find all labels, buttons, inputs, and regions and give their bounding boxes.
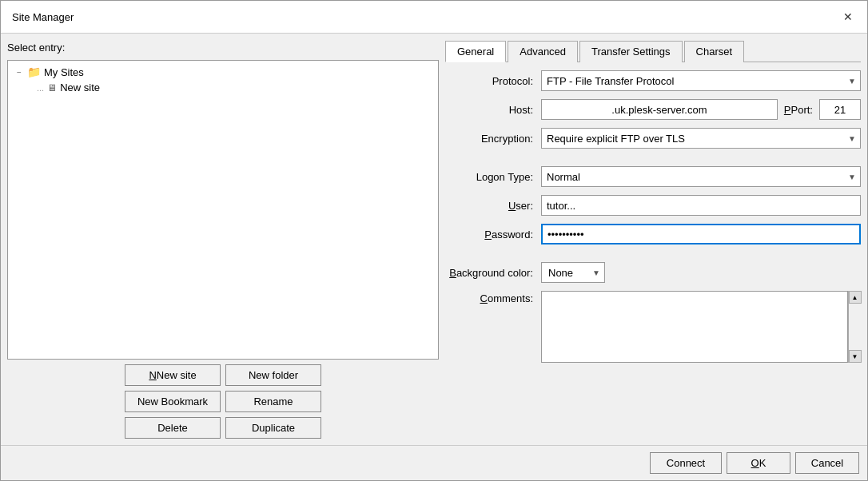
new-bookmark-button[interactable]: New Bookmark (125, 391, 221, 412)
tab-general[interactable]: General (445, 41, 506, 62)
right-panel: General Advanced Transfer Settings Chars… (445, 40, 861, 439)
tree-children: ... 🖥 New site (34, 80, 435, 95)
encryption-label: Encryption: (445, 133, 541, 145)
tree-root-label: My Sites (44, 66, 84, 78)
main-content: Select entry: − 📁 My Sites ... 🖥 New sit… (1, 34, 867, 445)
host-input[interactable] (541, 99, 778, 120)
password-input[interactable] (541, 224, 861, 244)
new-folder-button[interactable]: New folder (225, 364, 321, 386)
dialog-title: Site Manager (12, 11, 74, 23)
bg-color-select[interactable]: None (541, 262, 605, 283)
form-area: Protocol: FTP - File Transfer Protocol ▼… (445, 70, 861, 439)
bottom-bar: Connect OK Cancel (1, 445, 867, 480)
protocol-select-wrapper: FTP - File Transfer Protocol ▼ (541, 70, 861, 91)
left-panel: Select entry: − 📁 My Sites ... 🖥 New sit… (7, 40, 439, 439)
tabs: General Advanced Transfer Settings Chars… (445, 40, 861, 62)
scrollbar[interactable]: ▲ ▼ (848, 291, 861, 363)
button-row-3: Delete Duplicate (7, 417, 439, 439)
title-bar: Site Manager ✕ (1, 1, 867, 34)
tree-container[interactable]: − 📁 My Sites ... 🖥 New site (7, 60, 439, 360)
folder-icon: 📁 (27, 66, 41, 78)
tree-child-item[interactable]: ... 🖥 New site (34, 80, 435, 95)
tab-transfer-settings[interactable]: Transfer Settings (579, 41, 683, 62)
close-button[interactable]: ✕ (840, 9, 856, 25)
encryption-select-wrapper: Require explicit FTP over TLS ▼ (541, 128, 861, 149)
protocol-row: Protocol: FTP - File Transfer Protocol ▼ (445, 70, 861, 91)
password-label: Password: (445, 229, 541, 240)
encryption-row: Encryption: Require explicit FTP over TL… (445, 128, 861, 149)
duplicate-button[interactable]: Duplicate (225, 417, 321, 439)
user-input[interactable] (541, 195, 861, 216)
comments-label: Comments: (445, 291, 541, 304)
host-row: Host: PPort: (445, 99, 861, 120)
host-label: Host: (445, 104, 541, 116)
bg-color-row: Background color: None ▼ (445, 262, 861, 283)
select-entry-label: Select entry: (7, 40, 439, 55)
bg-color-label: Background color: (445, 267, 541, 279)
tab-advanced[interactable]: Advanced (508, 41, 578, 62)
port-input[interactable] (819, 99, 861, 120)
user-label: User: (445, 200, 541, 212)
button-row-2: New Bookmark Rename (7, 391, 439, 412)
expand-icon[interactable]: − (14, 68, 24, 77)
scroll-up-arrow[interactable]: ▲ (849, 291, 862, 304)
host-port-row: PPort: (541, 99, 861, 120)
button-row-1: NNew site New folder (7, 364, 439, 386)
new-site-label: New site (60, 81, 100, 93)
site-icon: 🖥 (47, 82, 57, 93)
comments-row: Comments: ▲ ▼ (445, 291, 861, 439)
ok-button[interactable]: OK (727, 452, 790, 474)
rename-button[interactable]: Rename (225, 391, 321, 412)
comments-area-wrapper: ▲ ▼ (541, 291, 861, 363)
logon-type-label: Logon Type: (445, 171, 541, 183)
password-row: Password: (445, 224, 861, 244)
logon-type-select-wrapper: Normal ▼ (541, 166, 861, 187)
connect-button[interactable]: Connect (650, 452, 722, 474)
bg-color-select-wrapper: None ▼ (541, 262, 605, 283)
site-manager-dialog: Site Manager ✕ Select entry: − 📁 My Site… (0, 0, 868, 481)
tree-root-item[interactable]: − 📁 My Sites (11, 64, 435, 80)
spacer-1 (445, 157, 861, 166)
delete-button[interactable]: Delete (125, 417, 221, 439)
scroll-down-arrow[interactable]: ▼ (849, 350, 862, 363)
protocol-label: Protocol: (445, 75, 541, 87)
cancel-button[interactable]: Cancel (795, 452, 859, 474)
new-site-button[interactable]: NNew site (125, 364, 221, 386)
logon-type-select[interactable]: Normal (541, 166, 861, 187)
spacer-2 (445, 252, 861, 262)
logon-type-row: Logon Type: Normal ▼ (445, 166, 861, 187)
tab-charset[interactable]: Charset (684, 41, 745, 62)
comments-textarea[interactable] (541, 291, 848, 363)
tree-dots: ... (37, 83, 44, 93)
user-row: User: (445, 195, 861, 216)
encryption-select[interactable]: Require explicit FTP over TLS (541, 128, 861, 149)
port-label: PPort: (778, 104, 819, 116)
protocol-select[interactable]: FTP - File Transfer Protocol (541, 70, 861, 91)
